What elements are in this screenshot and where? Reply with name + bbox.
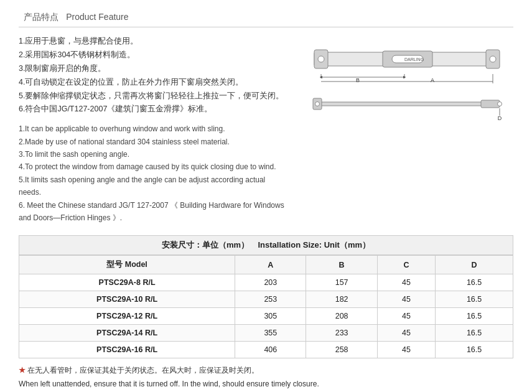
col-header-b: B [306, 256, 377, 274]
table-cell-r0-c4: 16.5 [436, 274, 513, 291]
col-header-model: 型号 Model [19, 256, 235, 274]
svg-rect-15 [314, 102, 482, 106]
table-cell-r4-c3: 45 [377, 342, 435, 358]
svg-text:DARLING: DARLING [404, 57, 424, 62]
page-container: 产品特点 Product Feature 1.应用于悬窗，与悬撑配合使用。 2.… [0, 0, 532, 392]
install-title: 安装尺寸：单位（mm） Installation Size: Unit（mm） [19, 235, 513, 255]
table-cell-r1-c4: 16.5 [436, 291, 513, 308]
table-row: PTSC29A-12 R/L3052084516.5 [19, 308, 513, 325]
table-cell-r2-c2: 208 [306, 308, 377, 325]
footer-star: ★ [19, 366, 26, 375]
drawing-bottom: D [308, 91, 507, 116]
footer-zh-text: 在无人看管时，应保证其处于关闭状态。在风大时，应保证及时关闭。 [27, 366, 259, 375]
en-line-5: 5.It limits sash opening angle and the a… [19, 174, 289, 199]
svg-point-19 [498, 102, 502, 106]
table-cell-r4-c1: 406 [235, 342, 306, 358]
table-cell-r3-c2: 233 [306, 325, 377, 342]
en-line-6: 6. Meet the Chinese standard JG/T 127-20… [19, 199, 289, 225]
title-zh: 产品特点 [24, 12, 58, 22]
table-cell-r0-c1: 203 [235, 274, 306, 291]
en-line-2: 2.Made by use of national standard 304 s… [19, 136, 289, 148]
table-cell-r4-c4: 16.5 [436, 342, 513, 358]
table-cell-r3-c0: PTSC29A-14 R/L [19, 325, 235, 342]
en-line-4: 4.To protect the window from damage caus… [19, 161, 289, 173]
zh-line-2: 2.采用国标304不锈钢材料制造。 [19, 49, 289, 62]
svg-text:D: D [498, 115, 502, 121]
table-cell-r2-c0: PTSC29A-12 R/L [19, 308, 235, 325]
zh-line-4: 4.可自动锁定在设定的位置，防止在外力作用下窗扇突然关闭。 [19, 76, 289, 90]
features-en: 1.It can be applicable to overhung windo… [19, 123, 289, 224]
svg-text:A: A [431, 77, 434, 83]
table-cell-r1-c0: PTSC29A-10 R/L [19, 291, 235, 308]
table-cell-r4-c2: 258 [306, 342, 377, 358]
svg-point-17 [315, 102, 320, 106]
drawing-bottom-svg: D [308, 91, 507, 122]
table-cell-r1-c1: 253 [235, 291, 306, 308]
table-cell-r1-c3: 45 [377, 291, 435, 308]
features-text: 1.应用于悬窗，与悬撑配合使用。 2.采用国标304不锈钢材料制造。 3.限制窗… [19, 35, 289, 224]
install-title-en: Installation Size: Unit（mm） [258, 240, 371, 250]
table-cell-r2-c4: 16.5 [436, 308, 513, 325]
table-cell-r2-c3: 45 [377, 308, 435, 325]
svg-point-2 [318, 56, 324, 62]
section-title: 产品特点 Product Feature [19, 11, 513, 27]
table-row: PTSC29A-16 R/L4062584516.5 [19, 342, 513, 358]
table-cell-r3-c1: 355 [235, 325, 306, 342]
zh-line-3: 3.限制窗扇开启的角度。 [19, 62, 289, 76]
install-table: 型号 Model A B C D PTSC29A-8 R/L2031574516… [19, 255, 513, 358]
product-image: DARLING B A [302, 35, 513, 224]
install-section: 安装尺寸：单位（mm） Installation Size: Unit（mm） … [19, 235, 513, 358]
features-zh: 1.应用于悬窗，与悬撑配合使用。 2.采用国标304不锈钢材料制造。 3.限制窗… [19, 35, 289, 116]
col-header-d: D [436, 256, 513, 274]
svg-point-4 [490, 56, 496, 62]
drawing-top: DARLING B A [308, 35, 507, 85]
table-cell-r4-c0: PTSC29A-16 R/L [19, 342, 235, 358]
en-line-3: 3.To limit the sash opening angle. [19, 148, 289, 161]
zh-line-5: 5.要解除伸缩撑锁定状态，只需再次将窗门轻轻往上推拉一下，便可关闭。 [19, 90, 289, 103]
en-line-1: 1.It can be applicable to overhung windo… [19, 123, 289, 135]
table-cell-r1-c2: 182 [306, 291, 377, 308]
footer-en-text: When left unattended, ensure that it is … [19, 378, 513, 390]
col-header-a: A [235, 256, 306, 274]
zh-line-6: 6.符合中国JG/T127-2007《建筑门窗五金滑撑》标准。 [19, 103, 289, 116]
zh-line-1: 1.应用于悬窗，与悬撑配合使用。 [19, 35, 289, 49]
table-row: PTSC29A-10 R/L2531824516.5 [19, 291, 513, 308]
table-cell-r2-c1: 305 [235, 308, 306, 325]
table-cell-r3-c4: 16.5 [436, 325, 513, 342]
title-en: Product Feature [66, 12, 128, 22]
install-title-zh: 安装尺寸：单位（mm） [162, 240, 249, 250]
content-area: 1.应用于悬窗，与悬撑配合使用。 2.采用国标304不锈钢材料制造。 3.限制窗… [19, 35, 513, 224]
footer-zh-note: ★ 在无人看管时，应保证其处于关闭状态。在风大时，应保证及时关闭。 [19, 365, 513, 376]
table-row: PTSC29A-8 R/L2031574516.5 [19, 274, 513, 291]
table-cell-r0-c0: PTSC29A-8 R/L [19, 274, 235, 291]
table-header-row: 型号 Model A B C D [19, 256, 513, 274]
svg-text:B: B [356, 77, 360, 83]
footer-note: ★ 在无人看管时，应保证其处于关闭状态。在风大时，应保证及时关闭。 When l… [19, 365, 513, 390]
table-cell-r0-c3: 45 [377, 274, 435, 291]
drawing-top-svg: DARLING B A [308, 35, 507, 85]
table-body: PTSC29A-8 R/L2031574516.5PTSC29A-10 R/L2… [19, 274, 513, 358]
table-cell-r3-c3: 45 [377, 325, 435, 342]
table-cell-r0-c2: 157 [306, 274, 377, 291]
svg-rect-18 [481, 100, 500, 108]
table-row: PTSC29A-14 R/L3552334516.5 [19, 325, 513, 342]
col-header-c: C [377, 256, 435, 274]
